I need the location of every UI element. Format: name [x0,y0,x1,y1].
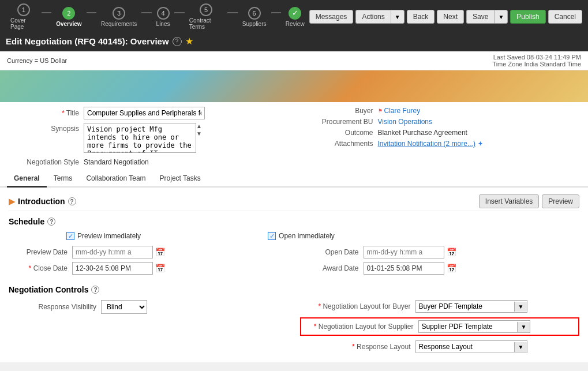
neg-style-label: Negotiation Style [9,158,84,166]
preview-date-label: Preview Date [9,248,72,256]
neg-layout-buyer-input[interactable] [416,301,514,312]
schedule-title: Schedule ? [9,217,579,226]
open-date-calendar-icon[interactable]: 📅 [447,248,456,257]
schedule-section: Schedule ? ✓ Preview immediately ✓ Open … [9,217,579,278]
introduction-title: ▶ Introduction ? [9,197,76,206]
add-attachment-icon[interactable]: + [478,140,482,148]
neg-style-row: Negotiation Style Standard Negotiation [9,158,286,166]
introduction-section: ▶ Introduction ? Insert Variables Previe… [9,192,579,211]
neg-layout-buyer-dropdown[interactable]: ▼ [514,302,527,312]
response-layout-input[interactable] [416,341,514,353]
open-date-row: Open Date 📅 [300,246,580,258]
help-icon[interactable]: ? [173,37,182,46]
back-button[interactable]: Back [407,10,435,24]
preview-immediately-label: Preview immediately [77,232,141,240]
title-bar: Edit Negotiation (RFQ 40145): Overview ?… [6,33,582,51]
outcome-label: Outcome [303,129,378,137]
step-5[interactable]: 5 Contract Terms [189,3,223,30]
response-visibility-select[interactable]: Blind [101,300,147,314]
main-form: * Title Synopsis Vision project Mfg inte… [0,102,588,171]
procurement-bu-row: Procurement BU Vision Operations [303,118,580,126]
banner [0,70,588,102]
publish-button[interactable]: Publish [510,10,545,24]
buyer-label: Buyer [303,107,378,115]
open-date-input[interactable] [364,246,444,258]
preview-immediately-checkbox[interactable]: ✓ [66,232,74,240]
preview-date-row: Preview Date 📅 [9,246,289,258]
preview-button[interactable]: Preview [542,194,579,208]
collapse-icon[interactable]: ▶ [9,197,15,206]
top-bar: 1 Cover Page 2 Overview 3 Requirements 4… [0,0,588,51]
close-date-input[interactable] [72,262,153,275]
page-title: Edit Negotiation (RFQ 40145): Overview [6,36,169,46]
neg-layout-buyer-label: * Negotiation Layout for Buyer [300,302,415,310]
procurement-bu-value[interactable]: Vision Operations [378,118,433,126]
title-field-row: * Title [9,107,286,119]
star-icon[interactable]: ★ [185,36,193,47]
tabs-bar: General Terms Collaboration Team Project… [0,171,588,188]
outcome-row: Outcome Blanket Purchase Agreement [303,129,580,137]
preview-immediately-checkbox-group: ✓ Preview immediately [66,232,141,240]
step-4[interactable]: 4 Lines [156,7,170,27]
step-2[interactable]: 2 Overview [56,7,81,27]
synopsis-input[interactable]: Vision project Mfg intends to hire one o… [84,123,196,153]
response-layout-dropdown[interactable]: ▼ [514,342,527,352]
actions-button[interactable]: Actions [355,10,390,24]
step-7[interactable]: ✓ Review [286,7,305,27]
preview-date-input[interactable] [72,246,153,258]
currency-bar: Currency = US Dollar Last Saved 08-03-24… [0,51,588,70]
currency-label: Currency = US Dollar [7,57,67,64]
buyer-row: Buyer ⚑ Clare Furey [303,107,580,115]
tab-general[interactable]: General [7,171,47,188]
award-date-row: Award Date 📅 [300,262,580,275]
actions-split: Actions ▼ [355,10,404,24]
response-layout-label: * Response Layout [300,343,415,351]
open-date-label: Open Date [300,248,364,256]
controls-help-icon[interactable]: ? [91,286,99,294]
tab-project-tasks[interactable]: Project Tasks [153,171,208,188]
next-button[interactable]: Next [437,10,464,24]
step-6[interactable]: 6 Suppliers [242,7,267,27]
schedule-help-icon[interactable]: ? [47,218,55,226]
attachments-value[interactable]: Invitation Notification (2 more...) [378,140,475,148]
cancel-button[interactable]: Cancel [548,10,582,24]
steps-container: 1 Cover Page 2 Overview 3 Requirements 4… [6,3,309,30]
open-immediately-label: Open immediately [279,232,335,240]
neg-layout-supplier-dropdown[interactable]: ▼ [517,322,530,332]
step-1[interactable]: 1 Cover Page [10,3,37,30]
attachments-row: Attachments Invitation Notification (2 m… [303,140,580,148]
neg-style-value: Standard Negotiation [84,158,149,166]
preview-date-calendar-icon[interactable]: 📅 [155,248,165,257]
buyer-value[interactable]: Clare Furey [384,107,421,115]
controls-section: Negotiation Controls ? Response Visibili… [9,285,579,358]
neg-layout-supplier-input[interactable] [419,321,517,332]
award-date-input[interactable] [364,262,444,275]
content-area: ▶ Introduction ? Insert Variables Previe… [0,188,588,362]
neg-layout-supplier-row: * Negotiation Layout for Supplier ▼ [300,317,580,336]
response-layout-row: * Response Layout ▼ [300,340,580,353]
synopsis-field-row: Synopsis Vision project Mfg intends to h… [9,123,286,155]
response-visibility-label: Response Visibility [9,303,101,311]
close-date-label: * Close Date [9,264,72,272]
checkbox-row: ✓ Preview immediately ✓ Open immediately [9,232,579,240]
attachments-label: Attachments [303,140,378,148]
close-date-calendar-icon[interactable]: 📅 [155,264,165,273]
close-date-row: * Close Date 📅 [9,262,289,275]
open-immediately-checkbox[interactable]: ✓ [268,232,276,240]
procurement-bu-label: Procurement BU [303,118,378,126]
tab-terms[interactable]: Terms [47,171,80,188]
tab-collaboration-team[interactable]: Collaboration Team [79,171,152,188]
step-3[interactable]: 3 Requirements [101,7,137,27]
outcome-value: Blanket Purchase Agreement [378,129,467,137]
save-dropdown-arrow[interactable]: ▼ [494,10,508,24]
open-immediately-checkbox-group: ✓ Open immediately [268,232,335,240]
title-input[interactable] [84,107,205,119]
insert-variables-button[interactable]: Insert Variables [479,194,539,208]
title-label: * Title [9,109,84,117]
messages-button[interactable]: Messages [309,10,354,24]
neg-layout-buyer-row: * Negotiation Layout for Buyer ▼ [300,300,580,313]
award-date-calendar-icon[interactable]: 📅 [447,264,456,273]
introduction-help-icon[interactable]: ? [68,197,76,205]
save-button[interactable]: Save [466,10,494,24]
actions-dropdown-arrow[interactable]: ▼ [391,10,405,24]
